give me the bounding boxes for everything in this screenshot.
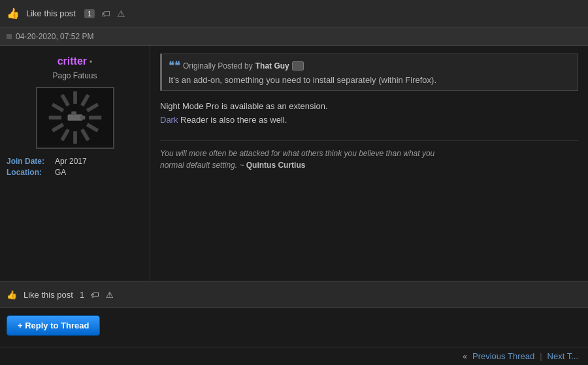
bottom-like-count: 1 [80, 290, 84, 300]
svg-rect-4 [73, 91, 77, 104]
location-row: Location: GA [7, 168, 143, 177]
svg-rect-2 [71, 111, 76, 115]
sig-text-2: normal default setting. ~ [160, 161, 244, 170]
top-like-bar: 👍 Like this post 1 🏷 ⚠ [0, 0, 588, 27]
thumbs-up-icon[interactable]: 👍 [7, 7, 20, 20]
user-meta: Join Date: Apr 2017 Location: GA [7, 157, 143, 179]
tag-icon[interactable]: 🏷 [101, 8, 110, 19]
post-line-2: Dark Reader is also there as well. [160, 114, 578, 127]
warn-icon[interactable]: ⚠ [117, 8, 125, 19]
location-label: Location: [7, 168, 52, 177]
previous-thread-link[interactable]: Previous Thread [472, 351, 534, 361]
bottom-warn-icon[interactable]: ⚠ [106, 290, 114, 300]
bottom-like-bar: 👍 Like this post 1 🏷 ⚠ [0, 281, 588, 308]
post-date: 04-20-2020, 07:52 PM [16, 32, 93, 41]
location-value: GA [55, 168, 66, 177]
post-line-2-rest: Reader is also there as well. [178, 115, 287, 125]
post-content: ❝❝ Originally Posted by That Guy It's an… [150, 46, 588, 281]
signature: You will more often be attacked for what… [160, 140, 578, 171]
post-marker-icon [7, 34, 12, 39]
quote-header: ❝❝ Originally Posted by That Guy [169, 59, 571, 72]
quote-view-icon[interactable] [292, 61, 304, 71]
date-bar: 04-20-2020, 07:52 PM [0, 27, 588, 46]
username[interactable]: critter [57, 56, 87, 67]
dark-reader-link[interactable]: Dark [160, 115, 178, 125]
post-line-1: Night Mode Pro is available as an extens… [160, 100, 578, 114]
bottom-tag-icon[interactable]: 🏷 [91, 290, 99, 300]
prev-chevron-icon: « [463, 352, 467, 361]
svg-rect-3 [80, 116, 85, 119]
user-title: Pago Fatuus [52, 71, 97, 80]
join-date-value: Apr 2017 [55, 157, 87, 166]
sig-author: Quintus Curtius [246, 161, 306, 170]
quote-marks-icon: ❝❝ [169, 59, 180, 72]
post-body: Night Mode Pro is available as an extens… [160, 100, 578, 127]
svg-rect-13 [48, 116, 61, 119]
reply-to-thread-button[interactable]: + Reply to Thread [7, 315, 100, 336]
online-status-dot: • [90, 57, 92, 67]
nav-separator: | [540, 351, 542, 361]
svg-rect-10 [73, 131, 77, 144]
quote-prefix: Originally Posted by [183, 61, 253, 71]
user-panel: critter • Pago Fatuus [0, 46, 150, 281]
like-count: 1 [84, 9, 95, 18]
quote-block: ❝❝ Originally Posted by That Guy It's an… [160, 54, 578, 91]
bottom-like-text[interactable]: Like this post [24, 290, 73, 300]
post-area: critter • Pago Fatuus [0, 46, 588, 281]
avatar [36, 87, 114, 149]
join-date-row: Join Date: Apr 2017 [7, 157, 143, 166]
quote-author: That Guy [255, 61, 289, 71]
sig-text-1: You will more often be attacked for what… [160, 149, 434, 158]
svg-rect-7 [89, 116, 101, 119]
like-text[interactable]: Like this post [26, 8, 76, 18]
reply-area: + Reply to Thread [0, 308, 588, 342]
footer-nav: « Previous Thread | Next T... [0, 347, 588, 365]
bottom-thumbs-up-icon[interactable]: 👍 [7, 290, 17, 300]
quote-text: It's an add-on, something you need to in… [169, 75, 571, 85]
next-thread-link[interactable]: Next T... [547, 351, 578, 361]
join-date-label: Join Date: [7, 157, 52, 166]
